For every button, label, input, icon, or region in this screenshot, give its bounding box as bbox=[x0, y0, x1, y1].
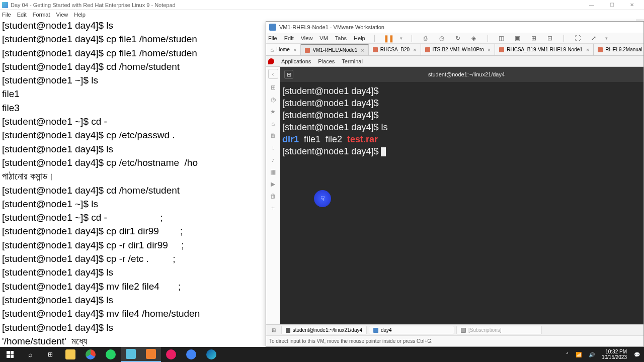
vm-menu-view[interactable]: View bbox=[301, 35, 313, 41]
files-sidebar: ‹ ⊞ ◷ ★ ⌂ 🗎 ↓ ♪ ▦ ▶ 🗑 + bbox=[266, 67, 280, 324]
clock-icon[interactable]: ◷ bbox=[437, 34, 446, 43]
tab-home[interactable]: ⌂ Home × bbox=[266, 44, 301, 55]
notepad-titlebar[interactable]: Day 04 - Getting Started with Red Hat En… bbox=[0, 0, 644, 10]
documents-icon[interactable]: 🗎 bbox=[270, 132, 277, 139]
close-button[interactable]: ✕ bbox=[622, 1, 642, 10]
taskbar-clock[interactable]: 10:32 PM 10/15/2023 bbox=[602, 349, 627, 360]
maximize-button[interactable]: ☐ bbox=[602, 1, 622, 10]
snapshot-icon[interactable]: ⎙ bbox=[421, 34, 430, 43]
menu-edit[interactable]: Edit bbox=[17, 12, 27, 18]
music-icon[interactable]: ♪ bbox=[270, 156, 277, 163]
tray-chevron-icon[interactable]: ˄ bbox=[566, 352, 569, 357]
unity-icon[interactable]: ⊡ bbox=[545, 34, 554, 43]
dropdown-icon[interactable]: ▾ bbox=[605, 36, 608, 41]
vm-menu-help[interactable]: Help bbox=[354, 35, 365, 41]
chrome-button[interactable] bbox=[80, 347, 101, 362]
vm-menu-file[interactable]: File bbox=[268, 35, 277, 41]
recent-icon[interactable]: ◷ bbox=[270, 96, 277, 103]
home-icon: ⌂ bbox=[270, 46, 274, 53]
vm-menu-tabs[interactable]: Tabs bbox=[335, 35, 347, 41]
archive-name: test.rar bbox=[347, 134, 378, 144]
search-button[interactable]: ⌕ bbox=[20, 347, 40, 362]
close-icon[interactable]: × bbox=[361, 47, 364, 53]
tab-rhcsa-b20[interactable]: RHCSA_B20 × bbox=[369, 44, 421, 55]
downloads-icon[interactable]: ↓ bbox=[270, 144, 277, 151]
new-tab-icon[interactable]: ⊞ bbox=[270, 84, 277, 91]
close-icon[interactable]: × bbox=[293, 47, 296, 53]
close-icon[interactable]: × bbox=[586, 47, 589, 53]
vmware-taskbar-button[interactable] bbox=[141, 347, 161, 362]
taskbar-terminal[interactable]: student@node1:~/linux21/day4 bbox=[281, 326, 367, 334]
vm-tab-icon bbox=[305, 48, 310, 53]
menu-help[interactable]: Help bbox=[74, 12, 86, 18]
tab-rhel92manual[interactable]: RHEL9.2Manual × bbox=[594, 44, 643, 55]
panel-applications[interactable]: Applications bbox=[281, 58, 311, 64]
vm-menu-vm[interactable]: VM bbox=[319, 35, 328, 41]
tab-its-win10[interactable]: ITS-B2-VM1-Win10Pro × bbox=[421, 44, 496, 55]
add-location-icon[interactable]: + bbox=[270, 205, 277, 212]
vm-tab-icon bbox=[373, 47, 378, 52]
notepad-menubar: File Edit Format View Help bbox=[0, 10, 644, 19]
terminal-body[interactable]: [student@node1 day4]$ [student@node1 day… bbox=[280, 82, 643, 324]
layout3-icon[interactable]: ⊞ bbox=[529, 34, 538, 43]
new-terminal-tab-icon[interactable]: ⊞ bbox=[284, 70, 293, 79]
dropdown-icon[interactable]: ▾ bbox=[400, 36, 403, 41]
panel-terminal[interactable]: Terminal bbox=[342, 58, 363, 64]
notifications-icon[interactable]: 💬 bbox=[634, 352, 640, 357]
vm-menu-edit[interactable]: Edit bbox=[284, 35, 294, 41]
fullscreen-icon[interactable]: ⛶ bbox=[573, 34, 582, 43]
show-desktop-icon[interactable]: ⊞ bbox=[268, 326, 279, 335]
tab-vm1-rhel9[interactable]: VM1-RHEL9-Node1 × bbox=[301, 44, 368, 55]
back-button[interactable]: ‹ bbox=[268, 69, 278, 79]
minimize-button[interactable]: — bbox=[582, 1, 602, 10]
vm-tab-icon bbox=[499, 47, 504, 52]
vm-tab-icon bbox=[425, 47, 430, 52]
pictures-icon[interactable]: ▦ bbox=[270, 168, 277, 175]
notepad-title-text: Day 04 - Getting Started with Red Hat En… bbox=[11, 2, 582, 8]
separator bbox=[488, 35, 488, 42]
whatsapp-button[interactable] bbox=[101, 347, 121, 362]
close-icon[interactable]: × bbox=[488, 47, 491, 53]
fit-icon[interactable]: ⤢ bbox=[589, 34, 598, 43]
manage-icon[interactable]: ◈ bbox=[469, 34, 478, 43]
volume-icon[interactable]: 🔊 bbox=[589, 352, 595, 357]
gnome-top-panel: Applications Places Terminal bbox=[266, 56, 643, 67]
notepad-icon bbox=[2, 2, 8, 8]
menu-format[interactable]: Format bbox=[33, 12, 50, 18]
menu-file[interactable]: File bbox=[2, 12, 11, 18]
subscriptions-icon bbox=[461, 328, 466, 333]
file-explorer-button[interactable] bbox=[60, 347, 80, 362]
vmware-status-hint: To direct input to this VM, move the mou… bbox=[266, 335, 643, 346]
vmware-window: VM1-RHEL9-Node1 - VMware Workstation Fil… bbox=[266, 21, 644, 347]
gnome-taskbar: ⊞ student@node1:~/linux21/day4 day4 [Sub… bbox=[266, 324, 643, 335]
notepad-taskbar-button[interactable] bbox=[121, 347, 141, 362]
menu-view[interactable]: View bbox=[56, 12, 68, 18]
panel-places[interactable]: Places bbox=[318, 58, 335, 64]
videos-icon[interactable]: ▶ bbox=[270, 180, 277, 188]
redhat-icon[interactable] bbox=[268, 58, 274, 64]
vm-tab-icon bbox=[598, 47, 603, 52]
windows-logo-icon bbox=[7, 351, 14, 358]
system-tray[interactable]: ˄ 📶 🔊 10:32 PM 10/15/2023 💬 bbox=[562, 349, 644, 360]
vmware-tabs: ⌂ Home × VM1-RHEL9-Node1 × RHCSA_B20 × I… bbox=[266, 44, 643, 56]
chromium-button[interactable] bbox=[181, 347, 201, 362]
trash-icon[interactable]: 🗑 bbox=[270, 193, 277, 200]
starred-icon[interactable]: ★ bbox=[270, 108, 277, 115]
home-folder-icon[interactable]: ⌂ bbox=[270, 120, 277, 127]
network-icon[interactable]: 📶 bbox=[576, 352, 582, 357]
taskbar-subscriptions[interactable]: [Subscriptions] bbox=[456, 326, 542, 334]
terminal-titlebar[interactable]: ⊞ student@node1:~/linux21/day4 bbox=[280, 67, 643, 82]
task-view-button[interactable]: ⊞ bbox=[40, 347, 60, 362]
taskbar-files[interactable]: day4 bbox=[369, 326, 454, 334]
pause-vm-icon[interactable]: ❚❚ bbox=[384, 34, 393, 43]
app-button[interactable] bbox=[161, 347, 181, 362]
tab-rhcsa-b19[interactable]: RHCSA_B19-VM1-RHEL9-Node1 × bbox=[495, 44, 594, 55]
layout-icon[interactable]: ◫ bbox=[497, 34, 506, 43]
separator bbox=[412, 35, 412, 42]
vmware-titlebar[interactable]: VM1-RHEL9-Node1 - VMware Workstation bbox=[266, 22, 643, 33]
revert-icon[interactable]: ↻ bbox=[453, 34, 462, 43]
close-icon[interactable]: × bbox=[413, 47, 416, 53]
layout2-icon[interactable]: ▣ bbox=[513, 34, 522, 43]
start-button[interactable] bbox=[0, 347, 20, 362]
edge-button[interactable] bbox=[201, 347, 221, 362]
